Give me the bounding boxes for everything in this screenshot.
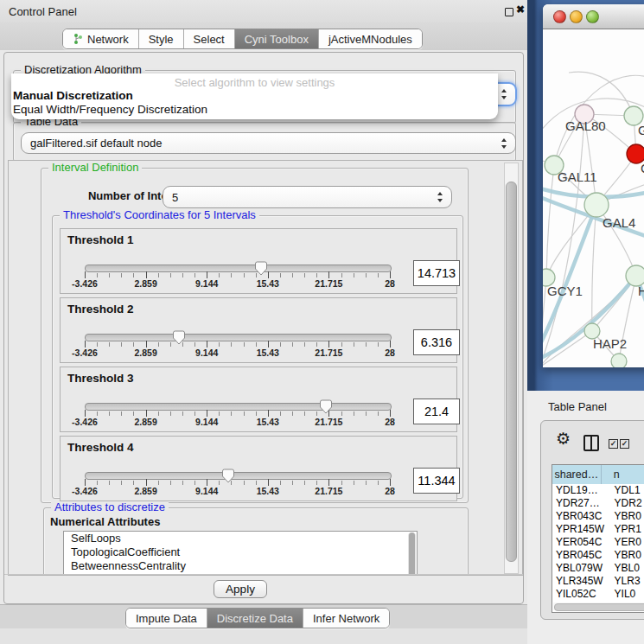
tab-discretize-data[interactable]: Discretize Data: [207, 609, 303, 628]
threshold-value-field[interactable]: 21.4: [413, 399, 460, 424]
major-tick: [207, 410, 207, 417]
table-row[interactable]: YBR043CYBR0: [552, 510, 644, 523]
major-tick: [146, 410, 147, 417]
tab-infer-network[interactable]: Infer Network: [303, 609, 389, 628]
list-scrollbar[interactable]: [408, 532, 416, 576]
threshold-panel: Threshold 4-3.4262.8599.14415.4321.71528…: [60, 436, 457, 501]
thresholds-group: Threshold's Coordinates for 5 Intervals …: [52, 215, 463, 499]
table-row[interactable]: YPR145WYPR1: [552, 523, 644, 536]
network-window: GAL80GCGAL11GAL4GCY1HHAP2: [543, 4, 644, 367]
number-of-intervals-select[interactable]: 5: [163, 186, 452, 208]
table-row[interactable]: YDR27…YDR2: [552, 497, 644, 510]
column-header-shared-name[interactable]: shared…: [552, 465, 602, 484]
slider-thumb[interactable]: [172, 330, 186, 345]
tab-impute-data[interactable]: Impute Data: [126, 609, 207, 628]
major-tick: [207, 341, 207, 348]
network-edge: [543, 277, 546, 358]
attribute-item[interactable]: SelfLoops: [64, 532, 417, 545]
tab-network[interactable]: Network: [63, 29, 139, 48]
network-node[interactable]: [611, 354, 627, 367]
major-tick: [268, 410, 269, 417]
table-row[interactable]: YBR045CYBR0: [552, 549, 644, 562]
major-tick: [85, 271, 86, 278]
major-tick: [328, 341, 329, 348]
table-row[interactable]: YDL19…YDL1: [552, 484, 644, 497]
table-data-selected-value: galFiltered.sif default node: [30, 137, 162, 150]
tick-label: 9.144: [195, 486, 218, 496]
checkbox-icon[interactable]: ✓: [609, 439, 618, 449]
tick-label: 2.859: [134, 278, 156, 289]
table-data-select[interactable]: galFiltered.sif default node: [21, 132, 516, 154]
tick-label: 9.144: [195, 278, 218, 289]
major-tick: [207, 479, 207, 486]
slider-track[interactable]: [85, 403, 392, 411]
node-table[interactable]: shared…n YDL19…YDL1YDR27…YDR2YBR043CYBR0…: [552, 464, 644, 613]
table-hscrollbar-thumb[interactable]: [554, 603, 644, 611]
panel-title: Control Panel: [9, 5, 77, 18]
numerical-attributes-list[interactable]: SelfLoopsTopologicalCoefficientBetweenne…: [63, 531, 418, 576]
slider-track[interactable]: [85, 265, 392, 272]
zoom-traffic-button[interactable]: [586, 10, 599, 23]
content-frame: Discretization Algorithm Table Data galF…: [3, 52, 524, 604]
top-tab-bar: NetworkStyleSelectCyni ToolboxjActiveMNo…: [62, 29, 423, 49]
panel-scrollbar[interactable]: [504, 163, 519, 574]
close-traffic-button[interactable]: [553, 10, 566, 23]
split-columns-icon[interactable]: [583, 435, 599, 451]
tick-label: -3.426: [72, 486, 98, 496]
tick-label: 28: [385, 486, 395, 496]
threshold-panel: Threshold 2-3.4262.8599.14415.4321.71528…: [60, 297, 457, 363]
column-header-name[interactable]: n: [602, 465, 644, 484]
popup-hint: Select algorithm to view settings: [11, 76, 498, 89]
tick-label: 21.715: [315, 278, 342, 289]
interval-definition-title: Interval Definition: [48, 162, 142, 174]
network-node[interactable]: [584, 193, 609, 217]
tick-label: -3.426: [72, 348, 98, 358]
tab-cyni-toolbox[interactable]: Cyni Toolbox: [235, 29, 319, 48]
attribute-item[interactable]: TopologicalCoefficient: [64, 545, 417, 559]
table-row[interactable]: YLR345WYLR3: [552, 575, 644, 588]
table-hscrollbar[interactable]: [553, 603, 644, 610]
thresholds-container: Threshold 1-3.4262.8599.14415.4321.71528…: [53, 228, 462, 505]
slider-track[interactable]: [85, 334, 392, 341]
threshold-value-field[interactable]: 6.316: [413, 329, 460, 355]
panel-scrollbar-thumb[interactable]: [506, 182, 517, 562]
list-scrollbar-thumb[interactable]: [409, 532, 415, 576]
table-row[interactable]: YBL079WYBL0: [552, 562, 644, 575]
desktop-background: GAL80GCGAL11GAL4GCY1HHAP2: [527, 0, 644, 391]
table-panel-box: ⚙ ✓ ✓ shared…n YDL19…YDL1YDR27…YDR2YBR04…: [540, 420, 644, 620]
slider-thumb[interactable]: [254, 261, 268, 276]
tab-jactivemnodules[interactable]: jActiveMNodules: [319, 29, 422, 48]
gear-icon[interactable]: ⚙: [556, 429, 571, 449]
threshold-value-field[interactable]: 11.344: [413, 468, 460, 494]
popup-option-manual[interactable]: Manual Discretization: [13, 89, 133, 102]
network-view[interactable]: GAL80GCGAL11GAL4GCY1HHAP2: [543, 29, 644, 367]
bottom-lower-strip: [0, 628, 527, 644]
network-window-titlebar[interactable]: [543, 4, 644, 29]
network-edge: [592, 205, 596, 331]
apply-button[interactable]: Apply: [214, 580, 267, 598]
tick-label: 9.144: [195, 417, 218, 427]
table-header-row: shared…n: [552, 465, 644, 484]
tab-select[interactable]: Select: [184, 29, 235, 48]
close-icon[interactable]: ✖: [516, 3, 525, 16]
table-row[interactable]: YIL052CYIL0: [552, 588, 644, 601]
node-label: GAL4: [603, 215, 635, 230]
combo-arrows-icon: [501, 138, 507, 149]
tick-label: 28: [385, 348, 395, 358]
checkbox-icon[interactable]: ✓: [620, 439, 629, 449]
popup-option-equal-width[interactable]: Equal Width/Frequency Discretization: [13, 103, 207, 116]
slider-track[interactable]: [85, 472, 392, 480]
slider-thumb[interactable]: [319, 399, 333, 414]
number-of-intervals-row: Number of Intervals 5: [41, 186, 468, 210]
tick-label: 2.859: [134, 348, 156, 358]
slider-thumb[interactable]: [221, 469, 235, 483]
threshold-value-field[interactable]: 14.713: [413, 260, 460, 286]
tab-style[interactable]: Style: [139, 29, 184, 48]
numerical-attributes-label: Numerical Attributes: [50, 515, 160, 528]
float-window-icon[interactable]: [505, 8, 513, 16]
algorithm-popup: Select algorithm to view settings Manual…: [11, 73, 498, 119]
table-row[interactable]: YER054CYER0: [552, 536, 644, 549]
attribute-item[interactable]: BetweennessCentrality: [64, 559, 417, 573]
footer-bar: Apply: [4, 574, 523, 603]
minimize-traffic-button[interactable]: [570, 10, 583, 23]
